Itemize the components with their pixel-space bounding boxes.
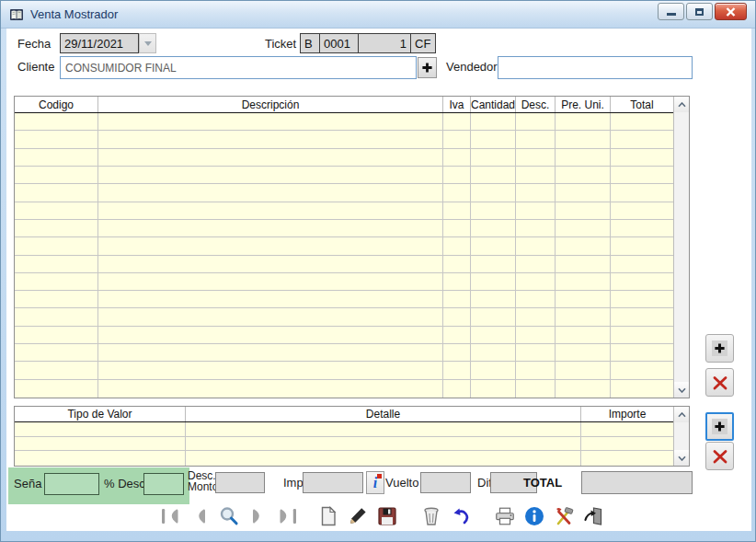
- delete-button[interactable]: [420, 503, 442, 529]
- table-cell[interactable]: [516, 344, 556, 361]
- table-cell[interactable]: [471, 273, 516, 290]
- cliente-add-button[interactable]: [418, 57, 437, 78]
- payments-scrollbar[interactable]: [673, 407, 689, 466]
- search-button[interactable]: [218, 503, 240, 529]
- table-cell[interactable]: [556, 113, 611, 130]
- table-cell[interactable]: [15, 422, 186, 436]
- table-cell[interactable]: [611, 149, 673, 166]
- scroll-down-button[interactable]: [674, 450, 689, 466]
- table-cell[interactable]: [556, 327, 611, 343]
- table-cell[interactable]: [443, 273, 471, 290]
- table-cell[interactable]: [556, 237, 611, 254]
- next-record-button[interactable]: [247, 503, 269, 529]
- new-document-button[interactable]: [317, 503, 339, 529]
- table-row[interactable]: [15, 291, 673, 308]
- table-cell[interactable]: [98, 167, 443, 183]
- table-row[interactable]: [15, 362, 673, 379]
- table-cell[interactable]: [186, 422, 581, 436]
- table-cell[interactable]: [611, 256, 673, 272]
- ticket-numero-field[interactable]: 1: [358, 33, 411, 53]
- table-cell[interactable]: [15, 256, 98, 272]
- table-cell[interactable]: [516, 291, 556, 307]
- table-cell[interactable]: [516, 149, 556, 166]
- table-row[interactable]: [15, 422, 673, 437]
- table-row[interactable]: [15, 308, 673, 326]
- table-cell[interactable]: [15, 113, 98, 130]
- table-cell[interactable]: [98, 149, 443, 166]
- table-row[interactable]: [15, 202, 673, 220]
- table-cell[interactable]: [471, 291, 516, 307]
- table-cell[interactable]: [98, 273, 443, 290]
- table-row[interactable]: [15, 184, 673, 202]
- first-record-button[interactable]: [159, 503, 181, 529]
- table-cell[interactable]: [186, 451, 581, 466]
- table-cell[interactable]: [516, 256, 556, 272]
- table-cell[interactable]: [98, 291, 443, 307]
- table-cell[interactable]: [443, 149, 471, 166]
- table-cell[interactable]: [15, 202, 98, 219]
- table-cell[interactable]: [611, 380, 673, 398]
- table-cell[interactable]: [471, 308, 516, 325]
- info-button[interactable]: [523, 503, 545, 529]
- vendedor-input[interactable]: [498, 56, 693, 79]
- table-cell[interactable]: [611, 167, 673, 183]
- table-row[interactable]: [15, 167, 673, 184]
- table-cell[interactable]: [611, 308, 673, 325]
- table-cell[interactable]: [15, 184, 98, 201]
- table-cell[interactable]: [15, 167, 98, 183]
- info-detail-button[interactable]: i: [366, 471, 384, 494]
- table-cell[interactable]: [98, 256, 443, 272]
- table-cell[interactable]: [556, 273, 611, 290]
- table-cell[interactable]: [471, 131, 516, 147]
- ticket-punto-venta-field[interactable]: 0001: [319, 33, 359, 53]
- table-row[interactable]: [15, 344, 673, 362]
- table-cell[interactable]: [443, 131, 471, 147]
- table-cell[interactable]: [516, 131, 556, 147]
- table-cell[interactable]: [186, 437, 581, 451]
- ticket-letra-field[interactable]: B: [300, 33, 320, 53]
- table-cell[interactable]: [471, 149, 516, 166]
- table-cell[interactable]: [443, 344, 471, 361]
- table-cell[interactable]: [471, 256, 516, 272]
- table-cell[interactable]: [471, 362, 516, 378]
- table-cell[interactable]: [98, 380, 443, 398]
- desc-monto-input[interactable]: [215, 472, 265, 493]
- table-cell[interactable]: [98, 308, 443, 325]
- table-cell[interactable]: [15, 362, 98, 378]
- vuelto-input[interactable]: [420, 472, 471, 493]
- table-row[interactable]: [15, 220, 673, 237]
- table-cell[interactable]: [15, 380, 98, 398]
- table-row[interactable]: [15, 327, 673, 344]
- table-cell[interactable]: [556, 362, 611, 378]
- table-cell[interactable]: [556, 380, 611, 398]
- table-cell[interactable]: [556, 256, 611, 272]
- table-cell[interactable]: [443, 380, 471, 398]
- table-cell[interactable]: [471, 167, 516, 183]
- table-cell[interactable]: [443, 167, 471, 183]
- table-cell[interactable]: [556, 202, 611, 219]
- table-cell[interactable]: [98, 131, 443, 147]
- table-cell[interactable]: [15, 273, 98, 290]
- table-cell[interactable]: [98, 113, 443, 130]
- table-cell[interactable]: [15, 237, 98, 254]
- fecha-dropdown-button[interactable]: [139, 33, 156, 53]
- table-cell[interactable]: [98, 362, 443, 378]
- table-cell[interactable]: [611, 273, 673, 290]
- imp-input[interactable]: [303, 472, 363, 493]
- table-cell[interactable]: [516, 113, 556, 130]
- titlebar[interactable]: Venta Mostrador: [1, 1, 755, 29]
- table-cell[interactable]: [471, 237, 516, 254]
- table-cell[interactable]: [516, 362, 556, 378]
- table-cell[interactable]: [611, 327, 673, 343]
- table-cell[interactable]: [611, 131, 673, 147]
- payments-add-button[interactable]: [705, 412, 734, 441]
- table-cell[interactable]: [443, 256, 471, 272]
- table-cell[interactable]: [611, 220, 673, 236]
- table-cell[interactable]: [516, 237, 556, 254]
- table-cell[interactable]: [611, 202, 673, 219]
- table-cell[interactable]: [611, 184, 673, 201]
- undo-button[interactable]: [450, 503, 472, 529]
- scroll-up-button[interactable]: [674, 97, 689, 112]
- table-cell[interactable]: [556, 308, 611, 325]
- table-row[interactable]: [15, 256, 673, 273]
